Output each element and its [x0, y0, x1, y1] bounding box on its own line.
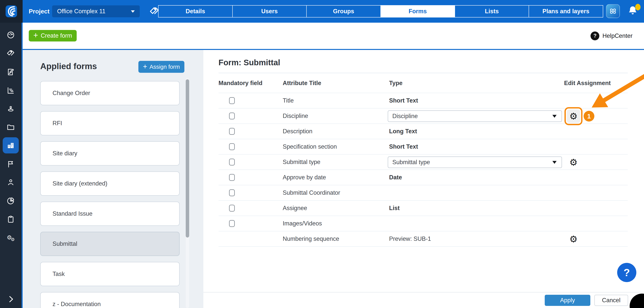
- attribute-title: Submittal Coordinator: [283, 185, 340, 200]
- sidebar-item-people[interactable]: [3, 174, 19, 190]
- tab-forms[interactable]: Forms: [380, 5, 455, 18]
- gear-icon[interactable]: ⚙: [567, 156, 580, 169]
- type-dropdown[interactable]: Submittal type: [388, 157, 562, 168]
- sidebar-expand-button[interactable]: [3, 291, 19, 307]
- tab-label: Plans and layers: [542, 8, 590, 15]
- form-card-standard-issue[interactable]: Standard Issue: [40, 202, 180, 226]
- annotation-step-badge: 1: [584, 111, 594, 121]
- table-row: Numbering sequencePreview: SUB-1⚙: [218, 231, 628, 246]
- tab-plans-and-layers[interactable]: Plans and layers: [528, 5, 603, 18]
- attribute-title: Assignee: [283, 201, 307, 216]
- header-type: Type: [389, 79, 402, 87]
- table-row: Specification sectionShort Text: [218, 139, 628, 154]
- tab-lists[interactable]: Lists: [455, 5, 529, 18]
- annotation-highlight-ring: ⚙: [564, 107, 582, 125]
- cancel-button[interactable]: Cancel: [594, 295, 628, 306]
- applied-forms-panel: Applied forms + Assign form Change Order…: [22, 50, 203, 308]
- sidebar-item-flags[interactable]: [3, 156, 19, 172]
- app-logo[interactable]: [0, 0, 22, 23]
- question-icon: ?: [590, 32, 599, 40]
- form-card-z-documentation[interactable]: z - Documentation: [40, 292, 180, 308]
- tab-users[interactable]: Users: [232, 5, 307, 18]
- project-selector[interactable]: Office Complex 11: [52, 5, 140, 17]
- create-form-button[interactable]: + Create form: [29, 30, 77, 42]
- brand-logo-icon: [4, 4, 18, 19]
- divider: [218, 73, 628, 73]
- sidebar-item-reports[interactable]: [3, 82, 19, 98]
- form-card-label: Site diary: [52, 150, 77, 157]
- form-card-label: Site diary (extended): [52, 180, 107, 187]
- chart-icon: [6, 86, 15, 95]
- mandatory-checkbox[interactable]: [229, 220, 235, 227]
- forms-list-scrollbar[interactable]: [186, 78, 189, 308]
- gear-icon[interactable]: ⚙: [567, 232, 580, 246]
- sidebar-item-forms[interactable]: [3, 64, 19, 80]
- attributes-table: TitleShort TextDisciplineDiscipline⚙1Des…: [218, 93, 628, 247]
- attribute-title: Approve by date: [283, 170, 326, 185]
- header-mandatory-field: Mandatory field: [218, 79, 262, 87]
- tab-label: Forms: [409, 8, 427, 15]
- apply-button[interactable]: Apply: [545, 295, 590, 306]
- table-row: Approve by dateDate: [218, 170, 628, 185]
- form-card-label: Standard Issue: [52, 210, 92, 217]
- form-card-submittal[interactable]: Submittal: [40, 232, 180, 256]
- helpcenter-label: HelpCenter: [602, 33, 632, 39]
- sidebar-item-tasks[interactable]: [3, 211, 19, 227]
- assign-form-label: Assign form: [150, 64, 180, 70]
- form-card-site-diary-extended-[interactable]: Site diary (extended): [40, 172, 180, 196]
- tab-label: Groups: [333, 8, 354, 15]
- mandatory-checkbox[interactable]: [229, 112, 235, 119]
- attribute-type: Long Text: [389, 124, 417, 139]
- helpcenter-link[interactable]: ? HelpCenter: [590, 23, 632, 49]
- form-card-change-order[interactable]: Change Order: [40, 81, 180, 105]
- buildings-icon: [6, 141, 15, 150]
- sidebar-item-site-presence[interactable]: [3, 101, 19, 117]
- chevron-down-icon: [131, 10, 135, 13]
- mandatory-checkbox[interactable]: [229, 159, 235, 166]
- mandatory-checkbox[interactable]: [229, 174, 235, 181]
- gears-icon: ⚙⚙: [7, 234, 15, 242]
- project-label: Project: [29, 0, 50, 23]
- sidebar-item-projects[interactable]: [3, 137, 19, 153]
- mandatory-checkbox[interactable]: [229, 128, 235, 135]
- tab-label: Details: [186, 8, 205, 15]
- sidebar-item-tags[interactable]: [3, 46, 19, 62]
- assign-form-button[interactable]: + Assign form: [138, 61, 184, 73]
- form-card-label: Change Order: [52, 90, 90, 97]
- apps-icon[interactable]: [606, 4, 620, 18]
- clipboard-icon: [6, 215, 15, 224]
- type-dropdown[interactable]: Discipline: [388, 110, 562, 122]
- tags-icon: [6, 49, 15, 58]
- chevron-down-icon: [552, 161, 556, 164]
- form-card-label: RFI: [52, 120, 62, 127]
- mandatory-checkbox[interactable]: [229, 205, 235, 212]
- attribute-type: Short Text: [389, 93, 418, 108]
- attribute-title: Numbering sequence: [283, 231, 339, 246]
- tag-icon[interactable]: [149, 6, 160, 17]
- forms-list: Change OrderRFISite diarySite diary (ext…: [40, 81, 180, 308]
- plus-icon: +: [33, 31, 38, 40]
- mandatory-checkbox[interactable]: [229, 143, 235, 150]
- scrollbar-thumb[interactable]: [186, 79, 189, 238]
- person-pin-icon: [6, 105, 15, 113]
- tab-details[interactable]: Details: [158, 5, 233, 18]
- notifications-bell-icon[interactable]: [627, 5, 640, 18]
- content: Applied forms + Assign form Change Order…: [22, 50, 644, 308]
- sidebar-item-settings[interactable]: ⚙⚙: [3, 230, 19, 246]
- sidebar-item-files[interactable]: [3, 119, 19, 135]
- form-card-task[interactable]: Task: [40, 262, 180, 286]
- project-selector-value: Office Complex 11: [57, 8, 106, 15]
- form-card-rfi[interactable]: RFI: [40, 111, 180, 135]
- project-tabs: DetailsUsersGroupsFormsListsPlans and la…: [158, 5, 603, 18]
- form-card-label: Submittal: [52, 240, 77, 247]
- tab-label: Lists: [485, 8, 499, 15]
- sidebar-item-insights[interactable]: [3, 193, 19, 209]
- help-fab[interactable]: ?: [617, 263, 636, 282]
- mandatory-checkbox[interactable]: [229, 189, 235, 196]
- gear-icon[interactable]: ⚙: [567, 109, 580, 123]
- mandatory-checkbox[interactable]: [229, 97, 235, 104]
- form-card-site-diary[interactable]: Site diary: [40, 141, 180, 166]
- sidebar-item-dashboard[interactable]: [3, 27, 19, 43]
- tab-groups[interactable]: Groups: [306, 5, 381, 18]
- create-form-label: Create form: [41, 32, 72, 39]
